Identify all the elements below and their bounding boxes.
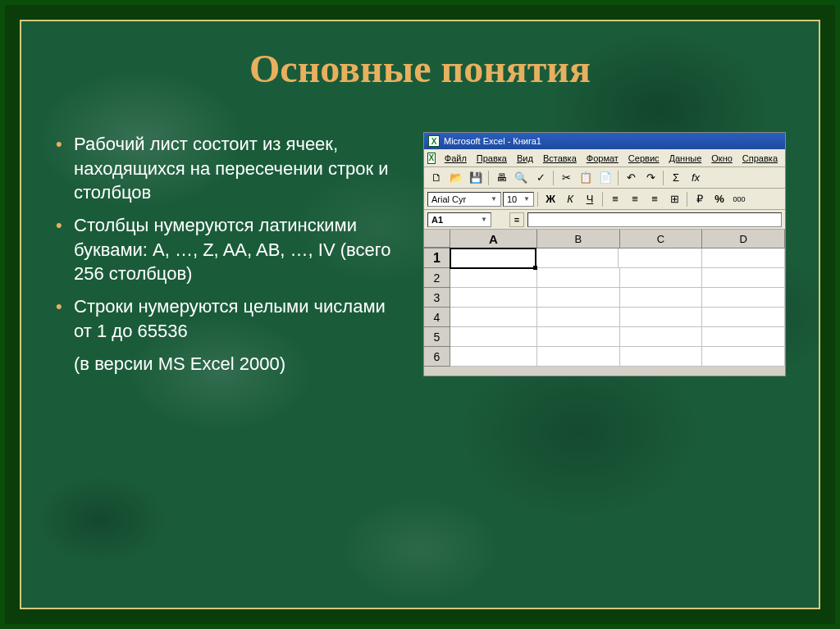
autosum-icon[interactable]: Σ bbox=[667, 169, 685, 187]
excel-formula-bar: A1 ▼ = bbox=[424, 210, 785, 230]
excel-titlebar: X Microsoft Excel - Книга1 bbox=[424, 133, 785, 149]
cell[interactable] bbox=[620, 327, 703, 347]
excel-doc-icon: X bbox=[427, 153, 436, 164]
underline-button[interactable]: Ч bbox=[581, 190, 599, 208]
open-icon[interactable]: 📂 bbox=[447, 169, 465, 187]
cell[interactable] bbox=[702, 308, 785, 327]
column-header-c[interactable]: C bbox=[620, 230, 703, 248]
menu-edit[interactable]: Правка bbox=[472, 152, 511, 165]
align-right-icon[interactable]: ≡ bbox=[646, 190, 664, 208]
print-icon[interactable]: 🖶 bbox=[492, 169, 510, 187]
cell[interactable] bbox=[537, 308, 620, 327]
fx-icon[interactable]: fx bbox=[687, 169, 705, 187]
font-size-dropdown[interactable]: 10 ▼ bbox=[503, 192, 534, 207]
menu-view[interactable]: Вид bbox=[513, 152, 537, 165]
copy-icon[interactable]: 📋 bbox=[577, 169, 595, 187]
cell[interactable] bbox=[537, 288, 620, 308]
toolbar-separator bbox=[488, 171, 489, 185]
toolbar-separator bbox=[602, 192, 603, 207]
row-header-1[interactable]: 1 bbox=[424, 248, 450, 268]
grid-row: 5 bbox=[424, 327, 785, 347]
cell[interactable] bbox=[537, 327, 620, 347]
grid-row: 3 bbox=[424, 288, 785, 308]
cell[interactable] bbox=[450, 308, 537, 327]
cell[interactable] bbox=[702, 248, 785, 268]
column-headers: A B C D bbox=[424, 230, 785, 248]
new-icon[interactable]: 🗋 bbox=[427, 169, 445, 187]
bullet-list: Рабочий лист состоит из ячеек, находящих… bbox=[54, 132, 407, 376]
cut-icon[interactable]: ✂ bbox=[557, 169, 575, 187]
bold-button[interactable]: Ж bbox=[541, 190, 559, 208]
excel-standard-toolbar: 🗋 📂 💾 🖶 🔍 ✓ ✂ 📋 📄 ↶ ↷ Σ fx bbox=[424, 167, 785, 189]
cell[interactable] bbox=[450, 288, 537, 308]
toolbar-separator bbox=[687, 192, 687, 207]
cell[interactable] bbox=[702, 327, 785, 347]
italic-button[interactable]: К bbox=[561, 190, 579, 208]
cell[interactable] bbox=[450, 327, 537, 347]
chevron-down-icon: ▼ bbox=[523, 195, 530, 203]
cell[interactable] bbox=[450, 347, 537, 367]
toolbar-separator bbox=[663, 171, 664, 185]
menu-window[interactable]: Окно bbox=[707, 152, 737, 165]
font-name-dropdown[interactable]: Arial Cyr ▼ bbox=[427, 192, 501, 207]
chevron-down-icon: ▼ bbox=[481, 216, 487, 223]
toolbar-separator bbox=[618, 171, 619, 185]
row-header-3[interactable]: 3 bbox=[424, 288, 450, 308]
bullet-item: Строки нумеруются целыми числами от 1 до… bbox=[54, 294, 407, 343]
cell[interactable] bbox=[450, 268, 537, 288]
cell[interactable] bbox=[619, 248, 701, 268]
slide-outer-frame: Основные понятия Рабочий лист состоит из… bbox=[0, 0, 840, 629]
menu-data[interactable]: Данные bbox=[665, 152, 706, 165]
formula-input[interactable] bbox=[527, 212, 782, 227]
menu-format[interactable]: Формат bbox=[582, 152, 623, 165]
preview-icon[interactable]: 🔍 bbox=[512, 169, 530, 187]
menu-help[interactable]: Справка bbox=[738, 152, 782, 165]
excel-menubar: X Файл Правка Вид Вставка Формат Сервис … bbox=[424, 149, 785, 167]
cell[interactable] bbox=[536, 248, 619, 268]
slide-title: Основные понятия bbox=[54, 46, 786, 91]
excel-formatting-toolbar: Arial Cyr ▼ 10 ▼ Ж К Ч ≡ ≡ ≡ ⊞ bbox=[424, 189, 785, 210]
undo-icon[interactable]: ↶ bbox=[622, 169, 640, 187]
cell[interactable] bbox=[620, 347, 703, 367]
name-box[interactable]: A1 ▼ bbox=[427, 212, 491, 227]
row-header-4[interactable]: 4 bbox=[424, 308, 450, 327]
cell[interactable] bbox=[702, 288, 785, 308]
align-left-icon[interactable]: ≡ bbox=[606, 190, 624, 208]
bullet-subnote: (в версии MS Excel 2000) bbox=[54, 352, 407, 376]
cell[interactable] bbox=[620, 308, 703, 327]
row-header-6[interactable]: 6 bbox=[424, 347, 450, 367]
cell[interactable] bbox=[620, 268, 703, 288]
chevron-down-icon: ▼ bbox=[491, 195, 497, 203]
grid-row: 2 bbox=[424, 268, 785, 288]
merge-cells-icon[interactable]: ⊞ bbox=[665, 190, 683, 208]
row-header-2[interactable]: 2 bbox=[424, 268, 450, 288]
select-all-corner[interactable] bbox=[424, 230, 450, 248]
menu-tools[interactable]: Сервис bbox=[624, 152, 664, 165]
cell[interactable] bbox=[702, 268, 785, 288]
cell[interactable] bbox=[537, 347, 620, 367]
font-name-value: Arial Cyr bbox=[431, 194, 466, 204]
save-icon[interactable]: 💾 bbox=[467, 169, 485, 187]
paste-icon[interactable]: 📄 bbox=[596, 169, 614, 187]
cell[interactable] bbox=[620, 288, 703, 308]
cell-a1-selected[interactable] bbox=[450, 248, 536, 269]
equals-button[interactable]: = bbox=[509, 212, 524, 227]
spellcheck-icon[interactable]: ✓ bbox=[532, 169, 550, 187]
cell[interactable] bbox=[702, 347, 785, 367]
thousands-icon[interactable]: 000 bbox=[730, 190, 748, 208]
font-size-value: 10 bbox=[507, 194, 517, 204]
currency-icon[interactable]: ₽ bbox=[691, 190, 709, 208]
excel-screenshot: X Microsoft Excel - Книга1 X Файл Правка… bbox=[423, 132, 786, 376]
column-header-a[interactable]: A bbox=[450, 230, 537, 248]
align-center-icon[interactable]: ≡ bbox=[626, 190, 644, 208]
column-header-d[interactable]: D bbox=[702, 230, 785, 248]
bullet-item: Столбцы нумеруются латинскими буквами: A… bbox=[54, 213, 407, 286]
menu-file[interactable]: Файл bbox=[441, 152, 471, 165]
menu-insert[interactable]: Вставка bbox=[539, 152, 581, 165]
slide-inner-frame: Основные понятия Рабочий лист состоит из… bbox=[20, 20, 820, 609]
cell[interactable] bbox=[537, 268, 620, 288]
redo-icon[interactable]: ↷ bbox=[641, 169, 660, 187]
column-header-b[interactable]: B bbox=[537, 230, 620, 248]
percent-icon[interactable]: % bbox=[710, 190, 728, 208]
row-header-5[interactable]: 5 bbox=[424, 327, 450, 347]
